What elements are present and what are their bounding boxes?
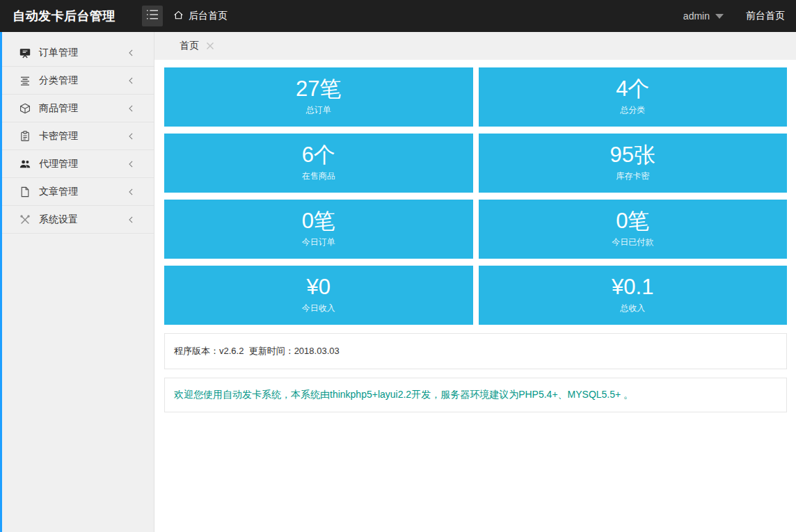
version-info-box: 程序版本：v2.6.2 更新时间：2018.03.03 — [164, 333, 787, 369]
stat-label: 总订单 — [306, 104, 331, 116]
stat-card-6: 0笔 今日已付款 — [479, 200, 788, 259]
stat-value: 27笔 — [296, 78, 341, 101]
chevron-left-icon — [127, 131, 136, 140]
welcome-message-box: 欢迎您使用自动发卡系统，本系统由thinkphp5+layui2.2开发，服务器… — [164, 378, 787, 412]
admin-username: admin — [683, 10, 710, 22]
stat-value: ¥0 — [307, 276, 331, 299]
stat-card-4: 95张 库存卡密 — [479, 134, 788, 193]
sidebar-item-5[interactable]: 代理管理 — [2, 150, 154, 178]
stat-card-5: 0笔 今日订单 — [164, 200, 473, 259]
sidebar-item-4[interactable]: 卡密管理 — [2, 122, 154, 150]
stat-card-1: 27笔 总订单 — [164, 67, 473, 127]
stat-value: 95张 — [610, 144, 655, 167]
sidebar-item-label: 订单管理 — [39, 47, 78, 59]
caret-down-icon — [715, 14, 724, 19]
close-icon[interactable] — [206, 42, 214, 50]
chevron-left-icon — [127, 76, 136, 85]
stat-card-3: 6个 在售商品 — [164, 134, 473, 193]
frontend-home-link[interactable]: 前台首页 — [746, 10, 785, 22]
chevron-left-icon — [127, 104, 136, 113]
sidebar-toggle-button[interactable] — [142, 6, 163, 26]
sidebar-item-label: 商品管理 — [39, 102, 78, 115]
sidebar-item-label: 卡密管理 — [39, 130, 78, 143]
admin-user-menu[interactable]: admin — [683, 10, 724, 22]
chevron-left-icon — [127, 159, 136, 168]
stat-label: 库存卡密 — [616, 170, 649, 182]
tab-home-label: 首页 — [180, 40, 199, 52]
sidebar: 订单管理 分类管理 商品管理 卡密管理 — [0, 32, 154, 532]
chevron-left-icon — [127, 215, 136, 224]
article-file-icon — [19, 186, 31, 198]
order-board-icon — [19, 47, 31, 58]
main-content: 27笔 总订单 4个 总分类 6个 在售商品 95张 库存卡密 0笔 今日订单 … — [155, 60, 796, 532]
stat-card-2: 4个 总分类 — [479, 67, 788, 127]
tab-home[interactable]: 首页 — [173, 32, 221, 60]
home-icon — [173, 10, 184, 22]
sidebar-item-label: 系统设置 — [39, 213, 78, 226]
stat-value: 4个 — [616, 78, 649, 101]
product-cube-icon — [19, 102, 31, 114]
stats-grid: 27笔 总订单 4个 总分类 6个 在售商品 95张 库存卡密 0笔 今日订单 … — [164, 67, 787, 325]
stat-label: 今日收入 — [302, 303, 335, 314]
stat-value: 0笔 — [616, 210, 649, 233]
stat-card-8: ¥0.1 总收入 — [479, 266, 788, 325]
stat-label: 总收入 — [620, 303, 645, 314]
stat-label: 今日已付款 — [612, 236, 653, 248]
agent-users-icon — [19, 158, 31, 170]
category-lines-icon — [19, 74, 31, 86]
chevron-left-icon — [127, 187, 136, 196]
sidebar-item-3[interactable]: 商品管理 — [2, 95, 154, 122]
backend-home-link[interactable]: 后台首页 — [173, 10, 228, 22]
stat-value: 6个 — [302, 144, 335, 167]
chevron-left-icon — [127, 48, 136, 57]
stat-card-7: ¥0 今日收入 — [164, 266, 473, 325]
sidebar-item-1[interactable]: 订单管理 — [2, 39, 154, 67]
tab-bar: 首页 — [154, 32, 796, 60]
backend-home-label: 后台首页 — [189, 10, 228, 22]
stat-label: 在售商品 — [302, 170, 335, 182]
card-clipboard-icon — [19, 130, 31, 142]
stat-value: ¥0.1 — [612, 276, 653, 299]
sidebar-item-6[interactable]: 文章管理 — [2, 178, 154, 206]
stat-value: 0笔 — [302, 210, 335, 233]
sidebar-item-label: 分类管理 — [39, 74, 78, 87]
sidebar-item-label: 代理管理 — [39, 158, 78, 170]
sidebar-item-7[interactable]: 系统设置 — [2, 206, 154, 234]
sidebar-menu: 订单管理 分类管理 商品管理 卡密管理 — [2, 39, 154, 234]
stat-label: 总分类 — [620, 104, 645, 116]
app-logo: 自动发卡后台管理 — [0, 8, 142, 24]
menu-list-icon — [146, 10, 159, 22]
settings-tools-icon — [19, 213, 31, 225]
sidebar-item-2[interactable]: 分类管理 — [2, 67, 154, 95]
top-header: 自动发卡后台管理 后台首页 admin 前台首页 — [0, 0, 796, 32]
sidebar-item-label: 文章管理 — [39, 186, 78, 198]
stat-label: 今日订单 — [302, 236, 335, 248]
